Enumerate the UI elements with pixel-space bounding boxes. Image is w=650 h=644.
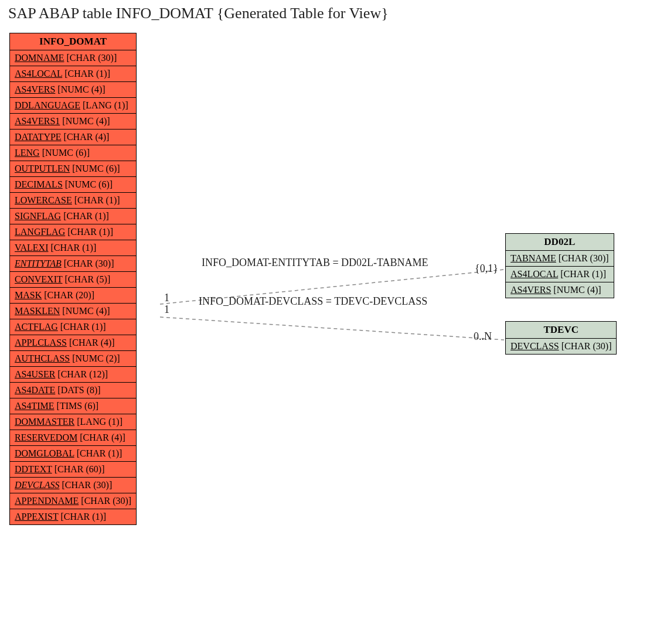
field-row: APPEXIST [CHAR (1)] [10,509,137,525]
field-row: DOMGLOBAL [CHAR (1)] [10,446,137,462]
field-name: AS4TIME [15,401,55,411]
field-row: DDTEXT [CHAR (60)] [10,462,137,478]
field-type: [CHAR (4)] [67,338,115,347]
field-row: AUTHCLASS [NUMC (2)] [10,351,137,367]
cardinality-left-1: 1 [164,304,169,316]
field-type: [CHAR (30)] [79,496,131,506]
field-type: [CHAR (1)] [48,243,96,253]
field-row: AS4VERS [NUMC (4)] [10,82,137,98]
entity-tdevc: TDEVC DEVCLASS [CHAR (30)] [505,321,617,355]
field-row: DEVCLASS [CHAR (30)] [506,339,617,355]
field-name: DDTEXT [15,464,52,474]
field-type: [NUMC (2)] [70,353,120,363]
field-name: LANGFLAG [15,227,65,237]
field-row: AS4LOCAL [CHAR (1)] [10,66,137,82]
relationship-label-1: INFO_DOMAT-DEVCLASS = TDEVC-DEVCLASS [199,295,427,308]
field-type: [CHAR (1)] [61,211,109,221]
field-type: [NUMC (4)] [60,116,110,126]
field-type: [CHAR (4)] [77,432,125,442]
field-row: TABNAME [CHAR (30)] [506,251,614,267]
field-row: APPLCLASS [CHAR (4)] [10,335,137,351]
field-type: [NUMC (4)] [551,285,601,295]
field-type: [CHAR (30)] [59,480,112,490]
field-type: [NUMC (6)] [70,163,120,173]
field-type: [LANG (1)] [74,417,122,427]
field-row: AS4LOCAL [CHAR (1)] [506,267,614,282]
field-name: TABNAME [511,253,556,263]
field-row: SIGNFLAG [CHAR (1)] [10,209,137,224]
field-name: APPENDNAME [15,496,79,506]
page-title: SAP ABAP table INFO_DOMAT {Generated Tab… [8,5,389,22]
field-row: DATATYPE [CHAR (4)] [10,130,137,145]
field-name: AS4LOCAL [15,69,62,79]
field-name: MASK [15,290,42,300]
field-name: DEVCLASS [15,480,59,490]
field-row: DOMMASTER [LANG (1)] [10,414,137,430]
field-type: [CHAR (30)] [559,341,612,351]
field-type: [CHAR (30)] [556,253,609,263]
field-row: LOWERCASE [CHAR (1)] [10,193,137,209]
field-row: CONVEXIT [CHAR (5)] [10,272,137,288]
field-type: [CHAR (5)] [62,274,110,284]
field-row: OUTPUTLEN [NUMC (6)] [10,161,137,177]
field-row: DDLANGUAGE [LANG (1)] [10,98,137,114]
field-name: LOWERCASE [15,195,72,205]
field-row: DEVCLASS [CHAR (30)] [10,478,137,493]
entity-header: DD02L [506,234,614,251]
field-name: CONVEXIT [15,274,62,284]
field-name: AS4LOCAL [511,269,558,279]
field-type: [CHAR (1)] [58,512,106,522]
field-row: RESERVEDOM [CHAR (4)] [10,430,137,446]
field-name: MASKLEN [15,306,60,316]
field-row: MASKLEN [NUMC (4)] [10,304,137,319]
field-row: DECIMALS [NUMC (6)] [10,177,137,193]
field-type: [CHAR (1)] [65,227,113,237]
field-type: [LANG (1)] [80,100,128,110]
field-row: AS4USER [CHAR (12)] [10,367,137,383]
entity-header: INFO_DOMAT [10,33,137,50]
field-row: LENG [NUMC (6)] [10,145,137,161]
field-name: LENG [15,148,40,158]
field-name: VALEXI [15,243,48,253]
field-row: APPENDNAME [CHAR (30)] [10,493,137,509]
field-type: [CHAR (60)] [52,464,105,474]
field-name: ENTITYTAB [15,258,62,268]
field-name: ACTFLAG [15,322,58,332]
field-type: [CHAR (4)] [62,132,110,142]
field-name: DECIMALS [15,179,63,189]
field-type: [CHAR (1)] [558,269,606,279]
field-row: AS4DATE [DATS (8)] [10,383,137,398]
field-name: AS4VERS [511,285,551,295]
field-name: SIGNFLAG [15,211,61,221]
field-name: DDLANGUAGE [15,100,80,110]
field-type: [DATS (8)] [55,385,100,395]
field-type: [CHAR (30)] [64,53,117,63]
field-row: AS4TIME [TIMS (6)] [10,398,137,414]
entity-dd02l: DD02L TABNAME [CHAR (30)]AS4LOCAL [CHAR … [505,233,614,298]
field-name: DATATYPE [15,132,62,142]
field-name: AS4VERS1 [15,116,60,126]
field-row: VALEXI [CHAR (1)] [10,240,137,256]
field-name: DEVCLASS [511,341,559,351]
field-type: [CHAR (1)] [58,322,106,332]
field-type: [CHAR (1)] [72,195,120,205]
field-row: DOMNAME [CHAR (30)] [10,50,137,66]
field-type: [NUMC (4)] [55,84,105,94]
field-name: APPLCLASS [15,338,67,347]
field-type: [CHAR (20)] [42,290,94,300]
field-name: DOMMASTER [15,417,74,427]
field-type: [TIMS (6)] [55,401,99,411]
field-name: DOMGLOBAL [15,448,74,458]
field-name: APPEXIST [15,512,58,522]
field-name: OUTPUTLEN [15,163,70,173]
field-row: ENTITYTAB [CHAR (30)] [10,256,137,272]
relationship-label-0: INFO_DOMAT-ENTITYTAB = DD02L-TABNAME [202,257,428,269]
entity-header: TDEVC [506,322,617,339]
cardinality-right-1: 0..N [474,330,492,343]
field-type: [NUMC (6)] [63,179,113,189]
field-type: [CHAR (1)] [74,448,122,458]
field-row: AS4VERS [NUMC (4)] [506,282,614,298]
field-row: AS4VERS1 [NUMC (4)] [10,114,137,130]
field-row: MASK [CHAR (20)] [10,288,137,304]
field-name: AS4USER [15,369,55,379]
